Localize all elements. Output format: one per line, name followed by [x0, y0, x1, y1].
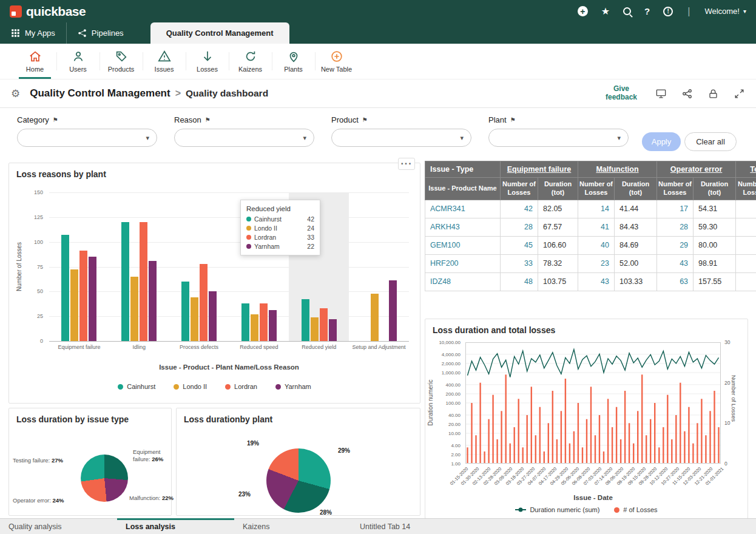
losses-count-cell[interactable]	[736, 236, 756, 254]
welcome-menu[interactable]: Welcome! ▾	[704, 7, 746, 16]
losses-count-cell[interactable]: 42	[501, 200, 538, 218]
quickbase-logo[interactable]: quickbase	[10, 4, 86, 19]
toolbar-item-issues[interactable]: Issues	[143, 44, 186, 79]
add-new-icon[interactable]: +	[578, 6, 588, 16]
legend-londo-ii[interactable]: Londo II	[174, 383, 207, 390]
settings-gear-icon[interactable]: ⚙	[11, 87, 20, 100]
legend-of-losses[interactable]: # of Losses	[614, 506, 657, 513]
tab-quality-control-management[interactable]: Quality Control Management	[150, 22, 289, 44]
losses-count-cell[interactable]: 63	[657, 272, 694, 291]
nav-pipelines[interactable]: Pipelines	[67, 22, 135, 44]
legend-duration-numeric-sum[interactable]: Duration numeric (sum)	[515, 506, 599, 513]
losses-count-cell[interactable]: 41	[578, 218, 615, 236]
notifications-icon[interactable]: !	[663, 7, 673, 16]
losses-count-cell[interactable]: 28	[501, 218, 538, 236]
column-sort-link[interactable]: Malfunction	[596, 165, 638, 174]
bar-yarnham[interactable]	[209, 291, 217, 341]
bar-group-process-defects[interactable]	[169, 192, 229, 341]
product-link[interactable]: ARKH43	[430, 223, 460, 231]
bar-yarnham[interactable]	[389, 280, 397, 341]
give-feedback-link[interactable]: Give feedback	[602, 85, 641, 102]
losses-count-cell[interactable]: 28	[657, 218, 694, 236]
breadcrumb-app-title[interactable]: Quality Control Management	[30, 87, 170, 100]
toolbar-item-users[interactable]: Users	[56, 44, 100, 79]
bar-cainhurst[interactable]	[181, 282, 189, 341]
losses-count-cell[interactable]: 17	[657, 200, 694, 218]
bar-lordran[interactable]	[140, 222, 147, 341]
tab-loss-analysis[interactable]: Loss analysis	[117, 519, 234, 534]
bar-yarnham[interactable]	[89, 257, 96, 341]
y-tick-label: 400.00	[446, 382, 461, 387]
losses-count-cell[interactable]: 43	[578, 272, 615, 291]
losses-count-cell[interactable]: 29	[657, 236, 694, 254]
bar-cainhurst[interactable]	[241, 303, 249, 341]
favorites-star-icon[interactable]: ★	[601, 7, 610, 16]
bar-londo-ii[interactable]	[371, 294, 379, 341]
column-sort-link[interactable]: Testing failure	[750, 165, 756, 174]
tab-kaizens[interactable]: Kaizens	[234, 519, 351, 534]
search-icon[interactable]	[623, 7, 631, 15]
toolbar-item-kaizens[interactable]: Kaizens	[229, 44, 272, 79]
toolbar-item-plants[interactable]: Plants	[272, 44, 315, 79]
losses-count-cell[interactable]: 43	[657, 254, 694, 272]
losses-count-cell[interactable]: 14	[578, 200, 615, 218]
filter-select-reason[interactable]: ▾	[174, 129, 314, 147]
help-icon[interactable]: ?	[644, 6, 650, 16]
losses-count-cell[interactable]	[736, 254, 756, 272]
toolbar-item-losses[interactable]: Losses	[186, 44, 229, 79]
nav-my-apps[interactable]: My Apps	[0, 22, 67, 44]
product-link[interactable]: ACMR341	[430, 204, 465, 213]
bar-londo-ii[interactable]	[70, 269, 78, 341]
losses-count-cell[interactable]	[736, 200, 756, 218]
toolbar-item-home[interactable]: Home	[13, 44, 56, 79]
bar-londo-ii[interactable]	[311, 317, 319, 341]
pie-chart[interactable]	[266, 448, 331, 513]
bar-yarnham[interactable]	[269, 310, 277, 341]
product-link[interactable]: GEM100	[430, 241, 460, 249]
toolbar-item-products[interactable]: Products	[100, 44, 143, 79]
legend-cainhurst[interactable]: Cainhurst	[118, 383, 155, 390]
bar-londo-ii[interactable]	[251, 314, 258, 341]
share-icon[interactable]	[681, 88, 693, 100]
bar-lordran[interactable]	[320, 308, 328, 341]
losses-count-cell[interactable]: 45	[501, 236, 538, 254]
filter-select-product[interactable]: ▾	[331, 129, 471, 147]
losses-count-cell[interactable]: 48	[501, 272, 538, 291]
bar-group-idling[interactable]	[109, 192, 169, 341]
losses-count-cell[interactable]	[736, 218, 756, 236]
filter-select-category[interactable]: ▾	[17, 129, 157, 147]
pie-chart[interactable]	[81, 455, 128, 502]
fullscreen-icon[interactable]	[734, 88, 745, 100]
bar-group-setup-and-adjustment[interactable]	[349, 192, 409, 341]
column-sort-link[interactable]: Equipment failure	[507, 165, 572, 174]
bar-lordran[interactable]	[200, 264, 208, 341]
tab-quality-analysis[interactable]: Quality analysis	[0, 519, 117, 534]
bar-cainhurst[interactable]	[302, 299, 309, 341]
losses-count-cell[interactable]: 33	[501, 254, 538, 272]
legend-yarnham[interactable]: Yarnham	[275, 383, 311, 390]
bar-lordran[interactable]	[260, 303, 268, 341]
lock-icon[interactable]	[707, 88, 719, 100]
product-link[interactable]: HRF200	[430, 259, 459, 268]
column-sort-link[interactable]: Operator error	[670, 165, 722, 174]
bar-londo-ii[interactable]	[191, 297, 198, 341]
losses-count-cell[interactable]: 23	[578, 254, 615, 272]
presentation-icon[interactable]	[655, 88, 667, 100]
bar-cainhurst[interactable]	[61, 235, 69, 341]
product-link[interactable]: IDZ48	[430, 277, 451, 286]
apply-button[interactable]: Apply	[642, 132, 681, 151]
bar-cainhurst[interactable]	[121, 222, 129, 341]
bar-yarnham[interactable]	[149, 261, 157, 341]
losses-count-cell[interactable]: 40	[578, 236, 615, 254]
bar-londo-ii[interactable]	[130, 277, 138, 341]
bar-yarnham[interactable]	[329, 319, 337, 341]
toolbar-item-new-table[interactable]: New Table	[315, 44, 358, 79]
more-options-icon[interactable]: ···	[398, 158, 415, 170]
filter-select-plant[interactable]: ▾	[488, 129, 629, 147]
bar-lordran[interactable]	[79, 251, 87, 341]
tab-untitled-tab-14[interactable]: Untitled Tab 14	[351, 519, 468, 534]
clear-all-button[interactable]: Clear all	[684, 132, 737, 151]
legend-lordran[interactable]: Lordran	[225, 383, 257, 390]
bar-group-equipment-failure[interactable]	[49, 192, 109, 341]
losses-count-cell[interactable]	[736, 272, 756, 291]
